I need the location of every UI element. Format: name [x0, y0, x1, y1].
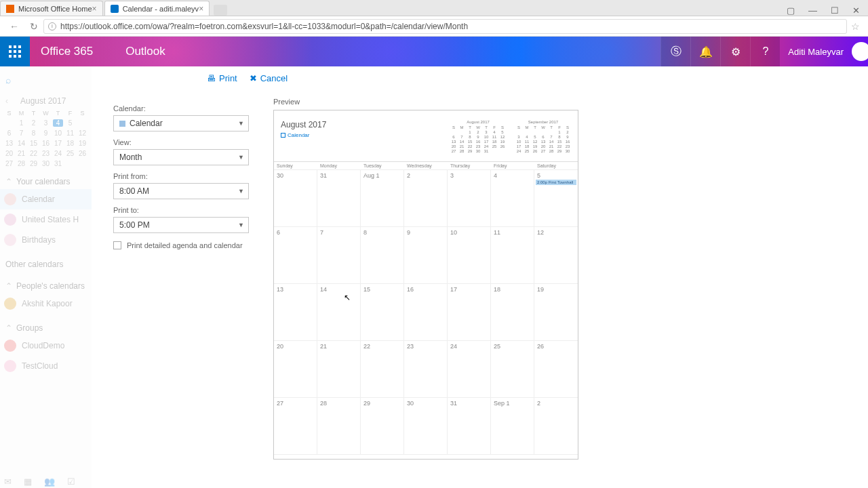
calendar-cell: 24: [448, 341, 491, 398]
calendar-cell: 31: [448, 398, 491, 455]
skype-icon[interactable]: Ⓢ: [660, 37, 690, 66]
calendar-cell: 29: [361, 398, 404, 455]
outlook-favicon: [111, 5, 119, 13]
thumbnail-month-sep: September 2017 SMTWTFS123456789101112131…: [515, 120, 571, 153]
back-icon[interactable]: ←: [4, 21, 24, 32]
calendar-cell: 30: [274, 170, 317, 227]
calendar-cell: 18: [491, 284, 534, 341]
calendar-cell: 6: [274, 227, 317, 284]
calendar-cell: 12: [534, 227, 578, 284]
browser-tab[interactable]: Microsoft Office Home ×: [0, 1, 103, 16]
calendar-event: 2:00p First Townhall: [536, 180, 576, 185]
close-window-icon[interactable]: ✕: [852, 5, 860, 16]
office-favicon: [6, 5, 14, 13]
maximize-icon[interactable]: ☐: [831, 5, 839, 16]
view-select[interactable]: Month▼: [113, 149, 249, 165]
print-button[interactable]: 🖶Print: [207, 73, 237, 83]
sidebar-item-calendar[interactable]: Calendar: [0, 189, 92, 209]
close-icon: ✖: [250, 73, 257, 83]
calendar-cell: 7: [317, 227, 361, 284]
settings-icon[interactable]: ⚙: [720, 37, 750, 66]
sidebar-item-holidays[interactable]: United States H: [0, 209, 92, 230]
chevron-down-icon[interactable]: ⌃: [5, 177, 12, 186]
checkbox-icon: [113, 241, 121, 249]
calendar-cell: 20: [274, 341, 317, 398]
browser-tab[interactable]: Calendar - aditi.maleyv ×: [104, 1, 210, 16]
search-icon[interactable]: ⌕: [0, 72, 92, 88]
calendar-cell: 13: [274, 284, 317, 341]
tasks-icon[interactable]: ☑: [67, 476, 75, 487]
new-tab-button[interactable]: [214, 5, 227, 16]
print-preview: August 2017 Calendar August 2017 SMTWTFS…: [273, 110, 578, 460]
calendar-cell: 2: [404, 170, 448, 227]
calendar-cell: 10: [448, 227, 491, 284]
calendar-cell: 22: [361, 341, 404, 398]
reload-icon[interactable]: ↻: [24, 21, 43, 32]
calendar-icon[interactable]: ▦: [24, 476, 32, 487]
calendar-color-icon: [119, 121, 125, 127]
calendar-cell: 19: [534, 284, 578, 341]
chevron-down-icon: ▼: [238, 154, 244, 161]
help-icon[interactable]: ?: [750, 37, 780, 66]
app-launcher-button[interactable]: [0, 37, 30, 66]
calendar-cell: 9: [404, 227, 448, 284]
calendar-cell: 8: [361, 227, 404, 284]
sidebar-section[interactable]: Your calendars: [16, 177, 71, 186]
calendar-cell: 25: [491, 341, 534, 398]
calendar-cell: Aug 1: [361, 170, 404, 227]
close-icon[interactable]: ×: [199, 4, 203, 14]
calendar-cell: 2: [534, 398, 578, 455]
info-icon[interactable]: i: [48, 22, 56, 30]
avatar[interactable]: [852, 42, 868, 61]
mail-icon[interactable]: ✉: [4, 476, 12, 487]
calendar-cell: 3: [448, 170, 491, 227]
user-name-label[interactable]: Aditi Maleyvar: [780, 47, 852, 57]
calendar-cell: 11: [491, 227, 534, 284]
waffle-icon: [9, 45, 21, 58]
printer-icon: 🖶: [207, 73, 216, 83]
calendar-sidebar: ⌕ ‹ August 2017 SMTWTFS12345678910111213…: [0, 66, 92, 488]
tab-title: Calendar - aditi.maleyv: [123, 5, 199, 13]
print-from-select[interactable]: 8:00 AM▼: [113, 183, 249, 199]
calendar-cell: 16: [404, 284, 448, 341]
calendar-cell: 52:00p First Townhall: [534, 170, 578, 227]
thumbnail-month-aug: August 2017 SMTWTFS123456789101112131415…: [450, 120, 506, 153]
calendar-cell: 17: [448, 284, 491, 341]
user-icon[interactable]: ▢: [787, 5, 795, 16]
url-input[interactable]: i https://outlook.office.com/owa/?realm=…: [43, 19, 847, 34]
brand-label[interactable]: Office 365: [41, 45, 93, 58]
print-to-label: Print to:: [113, 206, 249, 214]
chevron-down-icon: ▼: [238, 188, 244, 195]
chevron-down-icon[interactable]: ⌃: [5, 323, 12, 333]
sidebar-item-person[interactable]: Akshit Kapoor: [0, 293, 92, 314]
chevron-down-icon[interactable]: ⌃: [5, 281, 12, 291]
print-to-select[interactable]: 5:00 PM▼: [113, 217, 249, 233]
sidebar-item-group[interactable]: CloudDemo: [0, 336, 92, 356]
sidebar-section[interactable]: Groups: [16, 323, 43, 333]
calendar-cell: 21: [317, 341, 361, 398]
calendar-cell: 31: [317, 170, 361, 227]
sidebar-item-group[interactable]: TestCloud: [0, 356, 92, 376]
people-icon[interactable]: 👥: [44, 476, 55, 487]
print-from-label: Print from:: [113, 172, 249, 180]
sidebar-item-birthdays[interactable]: Birthdays: [0, 230, 92, 250]
mini-month-label: August 2017: [20, 96, 66, 106]
sidebar-section[interactable]: People's calendars: [16, 281, 85, 291]
chevron-down-icon: ▼: [238, 120, 244, 127]
calendar-select[interactable]: Calendar▼: [113, 115, 249, 131]
close-icon[interactable]: ×: [92, 4, 97, 14]
sidebar-section[interactable]: Other calendars: [5, 260, 63, 269]
calendar-cell: 15: [361, 284, 404, 341]
minimize-icon[interactable]: —: [808, 5, 817, 16]
cancel-button[interactable]: ✖Cancel: [250, 73, 288, 83]
app-name-label[interactable]: Outlook: [125, 45, 165, 58]
chevron-down-icon: ▼: [238, 222, 244, 228]
preview-label: Preview: [273, 98, 578, 106]
calendar-cell: 27: [274, 398, 317, 455]
calendar-cell: 28: [317, 398, 361, 455]
notifications-icon[interactable]: 🔔: [690, 37, 720, 66]
chevron-left-icon[interactable]: ‹: [5, 96, 8, 106]
detailed-agenda-checkbox[interactable]: Print detailed agenda and calendar: [113, 241, 249, 249]
tab-title: Microsoft Office Home: [18, 5, 92, 13]
bookmark-icon[interactable]: ☆: [847, 21, 864, 32]
